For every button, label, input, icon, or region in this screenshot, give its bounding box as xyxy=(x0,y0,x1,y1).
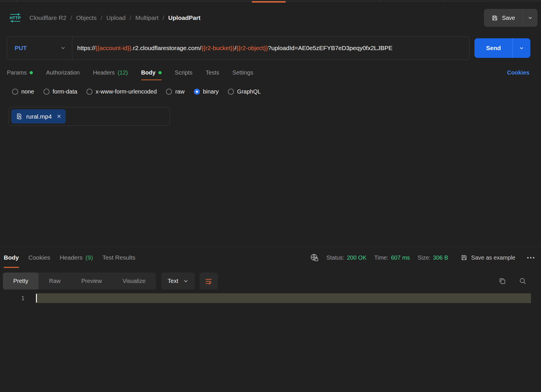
method-select[interactable]: PUT xyxy=(7,37,72,60)
tab-label: Body xyxy=(141,69,156,76)
breadcrumb-item[interactable]: Multipart xyxy=(135,14,159,21)
response-view-switch: Pretty Raw Preview Visualize xyxy=(3,273,156,290)
breadcrumb-item[interactable]: Cloudflare R2 xyxy=(29,14,66,21)
network-globe-icon[interactable] xyxy=(310,253,319,262)
tab-label: Authorization xyxy=(46,69,80,76)
body-mode-option[interactable]: GraphQL xyxy=(228,88,261,95)
tab-divider xyxy=(16,0,17,3)
radio-icon[interactable] xyxy=(12,89,18,95)
tab-label: Tests xyxy=(206,69,219,76)
response-tab[interactable]: Headers (9) xyxy=(60,247,93,268)
file-chip[interactable]: rural.mp4 ✕ xyxy=(11,109,66,123)
tab-label: Headers xyxy=(93,69,115,76)
format-label: Text xyxy=(168,278,178,284)
request-tab[interactable]: Params xyxy=(7,62,33,83)
tab-label: Body xyxy=(4,254,19,261)
breadcrumb-separator: / xyxy=(130,14,131,21)
response-tab[interactable]: Body xyxy=(4,247,19,268)
body-mode-label: form-data xyxy=(53,88,77,95)
radio-icon[interactable] xyxy=(166,89,172,95)
body-mode-option[interactable]: raw xyxy=(166,88,184,95)
tab-bar-strip xyxy=(0,0,541,3)
tab-count: (12) xyxy=(118,69,128,76)
search-response-button[interactable] xyxy=(519,277,527,285)
more-options-icon[interactable] xyxy=(527,255,535,260)
wrap-lines-button[interactable] xyxy=(200,273,218,290)
stat-pair: Time: 607 ms xyxy=(374,254,410,261)
toolbar-right-icons xyxy=(498,277,527,285)
tab-label: Scripts xyxy=(175,69,192,76)
response-tabs: Body Cookies Headers (9) Test Res xyxy=(4,247,135,268)
body-mode-option[interactable]: x-www-form-urlencoded xyxy=(86,88,157,95)
response-view-tab[interactable]: Visualize xyxy=(112,273,156,290)
response-tab[interactable]: Test Results xyxy=(102,247,135,268)
wrap-text-icon xyxy=(205,277,213,285)
breadcrumb-item[interactable]: Objects xyxy=(76,14,97,21)
tab-count: (9) xyxy=(86,254,93,261)
tab-divider xyxy=(379,0,380,3)
response-pane: Body Cookies Headers (9) Test Res xyxy=(0,247,541,392)
request-header: HTTP Cloudflare R2 / Objects / Upload / … xyxy=(0,3,541,33)
response-view-tab[interactable]: Preview xyxy=(71,273,112,290)
body-mode-options: none form-data x-www-form-urlencoded raw… xyxy=(0,83,541,100)
radio-icon[interactable] xyxy=(194,89,200,95)
request-tab[interactable]: Scripts xyxy=(175,62,192,83)
response-tab[interactable]: Cookies xyxy=(29,247,50,268)
active-code-line[interactable] xyxy=(36,293,531,303)
breadcrumb-item[interactable]: Upload xyxy=(106,14,126,21)
save-as-example-label: Save as example xyxy=(471,254,515,261)
save-options-button[interactable] xyxy=(523,9,538,27)
request-tab[interactable]: Authorization xyxy=(46,62,80,83)
format-select[interactable]: Text xyxy=(161,273,195,290)
send-button[interactable]: Send xyxy=(474,38,512,58)
url-input[interactable]: https://{{account-id}}.r2.cloudflarestor… xyxy=(72,45,469,52)
copy-response-button[interactable] xyxy=(498,277,506,285)
stat-pair: Size: 306 B xyxy=(418,254,448,261)
response-header: Body Cookies Headers (9) Test Res xyxy=(0,247,541,268)
request-tabs: Params Authorization Headers (12) xyxy=(7,62,253,83)
save-button-group: Save xyxy=(484,9,538,27)
tab-label: Test Results xyxy=(102,254,135,261)
radio-icon[interactable] xyxy=(228,89,234,95)
response-view-tab[interactable]: Pretty xyxy=(3,273,39,290)
save-button[interactable]: Save xyxy=(484,9,523,27)
tab-label: Cookies xyxy=(29,254,50,261)
request-tab[interactable]: Tests xyxy=(206,62,219,83)
send-options-button[interactable] xyxy=(512,38,530,58)
binary-file-input[interactable]: rural.mp4 ✕ xyxy=(9,107,170,126)
url-segment: .r2.cloudflarestorage.com/ xyxy=(131,45,201,51)
body-mode-option[interactable]: form-data xyxy=(43,88,77,95)
body-mode-option[interactable]: none xyxy=(12,88,34,95)
url-row: PUT https://{{account-id}}.r2.cloudflare… xyxy=(0,33,541,62)
stat-label: Status: xyxy=(326,254,344,261)
url-segment: {{account-id}} xyxy=(95,45,131,51)
arrow-left-icon xyxy=(10,21,20,22)
tab-label: Settings xyxy=(232,69,253,76)
radio-icon[interactable] xyxy=(86,89,92,95)
stat-value: 200 OK xyxy=(347,254,366,261)
tab-label: Params xyxy=(7,69,27,76)
remove-file-icon[interactable]: ✕ xyxy=(57,114,61,119)
body-mode-option[interactable]: binary xyxy=(194,88,219,95)
request-tab[interactable]: Settings xyxy=(232,62,253,83)
line-number: 1 xyxy=(0,293,24,303)
app-window: HTTP Cloudflare R2 / Objects / Upload / … xyxy=(0,0,541,392)
tab-divider xyxy=(443,0,443,3)
send-button-group: Send xyxy=(474,38,530,58)
radio-icon[interactable] xyxy=(43,89,50,95)
body-mode-label: GraphQL xyxy=(237,88,261,95)
http-request-icon: HTTP xyxy=(9,14,22,22)
response-body-editor[interactable]: 1 xyxy=(0,293,541,303)
breadcrumb-separator: / xyxy=(162,14,164,21)
response-view-tab[interactable]: Raw xyxy=(39,273,71,290)
save-button-label: Save xyxy=(502,15,515,21)
request-tab[interactable]: Headers (12) xyxy=(93,62,128,83)
url-segment: ?uploadId=AE0e5zEFYB7eD3peqy0fx2LJBPE xyxy=(268,45,393,51)
request-tab[interactable]: Body xyxy=(141,62,162,83)
method-label: PUT xyxy=(15,45,27,52)
save-as-example-button[interactable]: Save as example xyxy=(461,254,515,261)
cookies-link[interactable]: Cookies xyxy=(507,69,529,76)
request-tabs-row: Params Authorization Headers (12) xyxy=(0,62,541,83)
url-bar: PUT https://{{account-id}}.r2.cloudflare… xyxy=(7,36,470,60)
chevron-down-icon xyxy=(519,46,524,51)
